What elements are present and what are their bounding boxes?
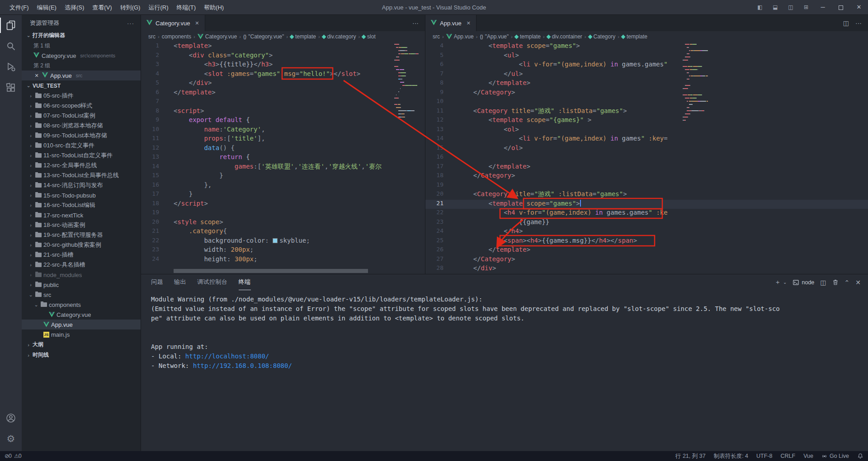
run-debug-icon[interactable] (0, 56, 22, 77)
code-line[interactable]: 24 </h4> (425, 227, 868, 237)
breadcrumb-item[interactable]: Category.vue (198, 33, 237, 40)
line-number[interactable]: 17 (141, 190, 165, 200)
code-line[interactable]: 20 <Category title="游戏" :listData="games… (425, 190, 868, 200)
breadcrumb-item[interactable]: template (290, 33, 316, 40)
line-number[interactable]: 24 (141, 255, 165, 265)
line-number[interactable]: 9 (141, 116, 165, 126)
line-number[interactable]: 6 (141, 89, 165, 98)
code-line[interactable]: 1<template> (141, 42, 425, 52)
line-number[interactable]: 25 (425, 237, 449, 246)
split-terminal-icon[interactable]: ◫ (820, 279, 826, 286)
line-number[interactable]: 10 (141, 126, 165, 135)
project-root-header[interactable]: ⌄ VUE_TEST (22, 80, 141, 91)
terminal-link[interactable]: http://localhost:8080/ (185, 353, 269, 360)
more-actions-icon[interactable]: ··· (412, 19, 419, 27)
layout-panel-icon[interactable]: ⬓ (768, 0, 783, 14)
menu-item[interactable]: 编辑(E) (33, 0, 61, 14)
code-line[interactable]: 17 </template> (425, 163, 868, 172)
tree-item[interactable]: ›node_modules (22, 270, 141, 280)
settings-gear-icon[interactable]: ⚙ (0, 428, 22, 449)
close-tab-icon[interactable]: ✕ (467, 20, 471, 26)
tree-item[interactable]: ›22-src-具名插槽 (22, 260, 141, 270)
tree-item[interactable]: ›09-src-TodoList本地存储 (22, 131, 141, 141)
tree-item[interactable]: ›06-src-scoped样式 (22, 101, 141, 111)
code-line[interactable]: 19 (425, 181, 868, 191)
tree-item[interactable]: ›07-src-TodoList案例 (22, 111, 141, 121)
line-number[interactable]: 23 (425, 218, 449, 228)
minimap[interactable] (394, 44, 423, 120)
line-number[interactable]: 13 (425, 126, 449, 135)
maximize-panel-icon[interactable]: ⌃ (844, 279, 850, 286)
line-number[interactable]: 14 (425, 135, 449, 144)
menu-item[interactable]: 运行(R) (144, 0, 172, 14)
tab-category-vue[interactable]: Category.vue ✕ (141, 15, 205, 31)
breadcrumb-item[interactable]: template (622, 33, 647, 40)
code-line[interactable]: 20<style scope> (141, 218, 425, 228)
breadcrumb-item[interactable]: src (433, 33, 440, 40)
panel-tab[interactable]: 输出 (174, 274, 186, 290)
extensions-icon[interactable] (0, 77, 22, 98)
breadcrumb-item[interactable]: div.container (547, 33, 582, 40)
line-number[interactable]: 21 (141, 227, 165, 237)
code-line[interactable]: 19 (141, 209, 425, 218)
line-number[interactable]: 7 (141, 98, 165, 107)
close-icon[interactable]: ✕ (33, 73, 40, 79)
new-terminal-icon[interactable]: ＋ (774, 278, 781, 287)
panel-tab[interactable]: 问题 (151, 274, 163, 290)
line-number[interactable]: 10 (425, 98, 449, 107)
code-line[interactable]: 12 <template scope="{games}" > (425, 116, 868, 126)
code-line[interactable]: 21 .category{ (141, 227, 425, 237)
line-number[interactable]: 22 (141, 237, 165, 246)
line-number[interactable]: 3 (141, 61, 165, 70)
code-line[interactable]: 5 <ul> (425, 52, 868, 61)
breadcrumb-item[interactable]: slot (362, 33, 376, 40)
line-number[interactable]: 20 (425, 190, 449, 200)
tree-item[interactable]: ›11-src-TodoList自定义事件 (22, 151, 141, 160)
tree-item[interactable]: ›16-src-TodoList编辑 (22, 200, 141, 210)
account-icon[interactable] (0, 408, 22, 428)
line-number[interactable]: 21 (425, 200, 449, 209)
code-line[interactable]: 18</script> (141, 200, 425, 209)
close-button[interactable]: ✕ (850, 0, 868, 14)
code-line[interactable]: 8<script> (141, 107, 425, 117)
code-line[interactable]: 8 </template> (425, 79, 868, 89)
menu-item[interactable]: 选择(S) (61, 0, 88, 14)
status-item[interactable]: 行 21, 列 37 (675, 452, 706, 460)
line-number[interactable]: 18 (141, 200, 165, 209)
code-line[interactable]: 5 </div> (141, 79, 425, 89)
panel-tab[interactable]: 终端 (239, 274, 251, 290)
terminal-profile[interactable]: node (793, 279, 814, 286)
tree-item[interactable]: ›21-src-插槽 (22, 250, 141, 260)
tree-item[interactable]: ›19-src-配置代理服务器 (22, 230, 141, 240)
code-line[interactable]: 2 <div class="category"> (141, 52, 425, 61)
more-actions-icon[interactable]: ··· (127, 20, 134, 27)
explorer-icon[interactable] (0, 15, 22, 36)
line-number[interactable]: 16 (425, 153, 449, 163)
line-number[interactable]: 19 (141, 209, 165, 218)
line-number[interactable]: 14 (141, 163, 165, 172)
status-item[interactable]: 制表符长度: 4 (714, 452, 748, 460)
breadcrumb-item[interactable]: {}"App.vue" (480, 33, 509, 40)
open-editor-item[interactable]: Category.vue src\components (22, 51, 141, 61)
line-number[interactable]: 4 (141, 70, 165, 80)
tree-item[interactable]: ›15-src-Todo-pubsub (22, 190, 141, 200)
menu-item[interactable]: 文件(F) (5, 0, 33, 14)
line-number[interactable]: 16 (141, 181, 165, 191)
code-line[interactable]: 9 export default { (141, 116, 425, 126)
tree-item[interactable]: ›14-src-消息订阅与发布 (22, 180, 141, 190)
tree-item[interactable]: ›010-src-自定义事件 (22, 141, 141, 151)
menu-item[interactable]: 终端(T) (172, 0, 200, 14)
line-number[interactable]: 7 (425, 70, 449, 80)
line-number[interactable]: 23 (141, 246, 165, 255)
line-number[interactable]: 26 (425, 246, 449, 255)
code-line[interactable]: 23 {{game}} (425, 218, 868, 228)
open-editor-item[interactable]: ✕ App.vue src (22, 71, 141, 80)
code-line[interactable]: 21 <template scope="games"> (425, 200, 868, 209)
status-item[interactable]: UTF-8 (756, 453, 772, 459)
line-number[interactable]: 17 (425, 163, 449, 172)
tree-item[interactable]: ⌄components (22, 300, 141, 310)
line-number[interactable]: 19 (425, 181, 449, 191)
code-line[interactable]: 17 } (141, 190, 425, 200)
code-line[interactable]: 10 (425, 98, 868, 107)
terminal-output[interactable]: Module Warning (from ./node_modules/@vue… (141, 291, 868, 452)
